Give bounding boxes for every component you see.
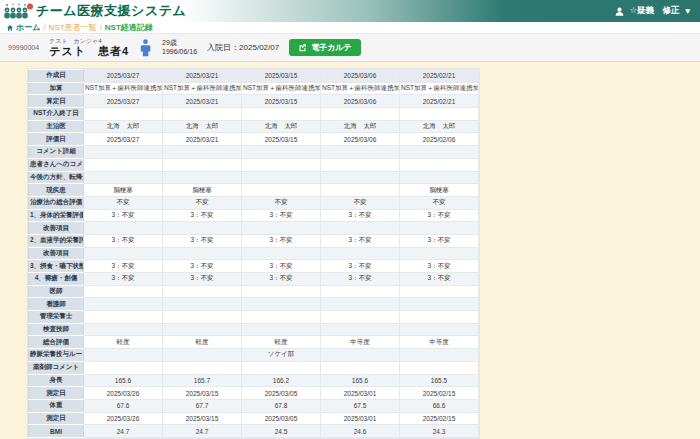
table-row: 3、摂食・嚥下状態3：不変3：不変3：不変3：不変3：不変 [29,260,479,273]
caret-down-icon: ▼ [684,6,692,16]
record-value: 24.6 [321,425,400,438]
user-menu[interactable]: ☆疑義 修正 ▼ [614,5,692,17]
breadcrumb-item-1[interactable]: NST患者一覧 [49,22,97,33]
record-value [321,361,400,374]
admission-date-value: 2025/02/07 [239,43,279,52]
record-value [84,311,163,324]
record-value: 脳梗塞 [84,184,163,197]
emr-button[interactable]: 電子カルテ [289,39,361,56]
record-value: 北海 太郎 [242,120,321,133]
record-value: 3：不変 [242,260,321,273]
nst-record-table: 作成日2025/03/272025/03/212025/03/152025/03… [28,69,479,438]
record-value: 軽度 [242,336,321,349]
record-value: 2025/03/15 [242,133,321,146]
record-value: 不変 [84,196,163,209]
record-value: 軽度 [163,336,242,349]
row-label: 看護師 [29,298,84,311]
record-value [84,247,163,260]
record-value [321,158,400,171]
table-row: 改善項目 [29,247,479,260]
record-value [321,349,400,362]
emr-button-label: 電子カルテ [311,42,352,53]
record-value [163,349,242,362]
record-value [163,323,242,336]
record-value [163,311,242,324]
record-value: 2025/02/15 [400,387,479,400]
record-value [163,146,242,159]
record-value: NST加算＋歯科医師連携加算 [163,82,242,95]
table-row: 総合評価軽度軽度軽度中等度中等度 [29,336,479,349]
record-value: 2025/03/26 [84,387,163,400]
record-value: 軽度 [84,336,163,349]
record-value: 北海 太郎 [321,120,400,133]
table-row: 患者さんへのコメント [29,158,479,171]
record-value [242,298,321,311]
record-date-link[interactable]: 2025/03/21 [163,70,242,83]
record-value [163,298,242,311]
table-row: 1、身体的栄養評価3：不変3：不変3：不変3：不変3：不変 [29,209,479,222]
row-label: 総合評価 [29,336,84,349]
record-value: 166.2 [242,374,321,387]
record-date-link[interactable]: 2025/03/15 [242,70,321,83]
record-value: 3：不変 [163,234,242,247]
row-label: NST介入終了日 [29,108,84,121]
record-value: 中等度 [400,336,479,349]
table-row: 測定日2025/03/262025/03/152025/03/052025/03… [29,412,479,425]
row-label: 2、血液学的栄養評価 [29,234,84,247]
table-row: 4、褥瘡・創傷3：不変3：不変3：不変3：不変3：不変 [29,273,479,286]
row-label: 4、褥瘡・創傷 [29,273,84,286]
row-label: 作成日 [29,70,84,83]
patient-name: テスト 患者4 [49,45,129,57]
record-value [242,311,321,324]
row-label: 今後の方針、転帰先など [29,171,84,184]
record-value [321,184,400,197]
patient-id: 99990004 [8,44,39,51]
record-value [84,146,163,159]
record-value: 北海 太郎 [400,120,479,133]
record-value [84,298,163,311]
record-value: 北海 太郎 [84,120,163,133]
record-value: 67.8 [242,399,321,412]
table-row: 2、血液学的栄養評価3：不変3：不変3：不変3：不変3：不変 [29,234,479,247]
row-label: 主治医 [29,120,84,133]
record-value: 2025/02/06 [400,133,479,146]
row-label: 身長 [29,374,84,387]
user-icon [614,6,625,17]
row-label: 3、摂食・嚥下状態 [29,260,84,273]
record-value: 2025/03/01 [321,387,400,400]
record-value: 24.7 [163,425,242,438]
record-value: 3：不変 [242,209,321,222]
record-value [84,349,163,362]
breadcrumb-item-label: ホーム [16,22,40,33]
record-date-link[interactable]: 2025/02/21 [400,70,479,83]
app-header: チーム医療支援システム ☆疑義 修正 ▼ [0,0,700,22]
row-label: 現疾患 [29,184,84,197]
record-value: 3：不変 [163,209,242,222]
record-value: 2025/03/06 [321,95,400,108]
record-value: 3：不変 [321,234,400,247]
table-row: 改善項目 [29,222,479,235]
record-value: 3：不変 [242,234,321,247]
record-value: 3：不変 [321,273,400,286]
record-date-link[interactable]: 2025/03/27 [84,70,163,83]
breadcrumb-item-home[interactable]: ホーム [6,22,40,33]
record-value: NST加算＋歯科医師連携加算 [400,82,479,95]
row-label: 治療法の総合評価 [29,196,84,209]
record-value: 165.6 [84,374,163,387]
record-value: 3：不変 [400,234,479,247]
table-row: 治療法の総合評価不変不変不変不変不変 [29,196,479,209]
record-value: 中等度 [321,336,400,349]
record-value: 3：不変 [400,273,479,286]
table-row: 作成日2025/03/272025/03/212025/03/152025/03… [29,70,479,83]
table-row: 管理栄養士 [29,311,479,324]
row-label: 1、身体的栄養評価 [29,209,84,222]
record-value: 165.7 [163,374,242,387]
record-value: 3：不変 [400,260,479,273]
record-date-link[interactable]: 2025/03/06 [321,70,400,83]
record-value: 3：不変 [242,273,321,286]
record-value: 北海 太郎 [163,120,242,133]
patient-birthdate: 1996/06/16 [162,48,197,56]
record-value [84,361,163,374]
table-row: 主治医北海 太郎北海 太郎北海 太郎北海 太郎北海 太郎 [29,120,479,133]
record-value: 2025/03/15 [163,412,242,425]
